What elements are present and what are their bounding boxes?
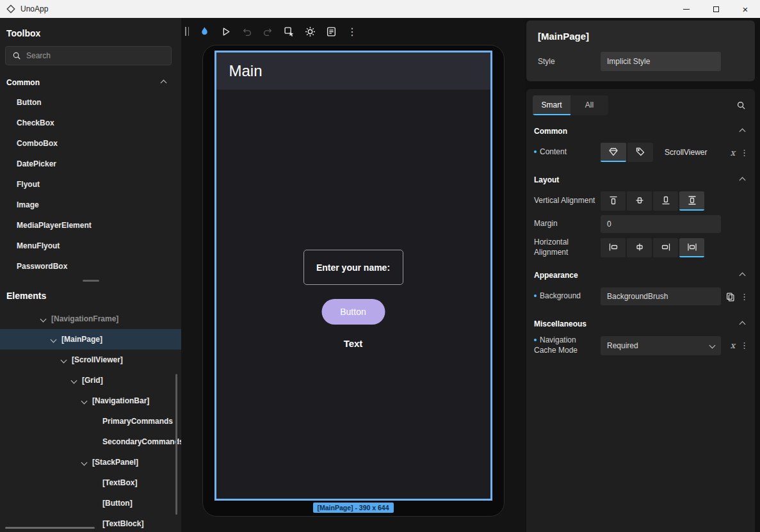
tree-item-label: [NavigationFrame]	[51, 314, 118, 323]
chevron-up-icon	[740, 321, 746, 327]
section-miscellaneous[interactable]: Miscellaneous	[526, 308, 755, 334]
toolbar-drag-handle[interactable]	[182, 23, 191, 40]
content-value-mode-button[interactable]	[601, 143, 626, 162]
theme-toggle-button[interactable]	[302, 23, 318, 40]
toolbox-item-checkbox[interactable]: CheckBox	[0, 113, 181, 133]
design-button[interactable]: Button	[321, 299, 385, 325]
toolbox-item-passwordbox[interactable]: PasswordBox	[0, 256, 181, 277]
tree-item-primarycommands[interactable]: PrimaryCommands	[0, 411, 181, 431]
vertical-align-stretch-button[interactable]	[679, 191, 704, 211]
design-textbox[interactable]: Enter your name:	[303, 250, 403, 285]
align-right-icon	[661, 242, 671, 252]
navigation-bar[interactable]: Main	[216, 52, 490, 90]
stretch-vertical-icon	[687, 195, 697, 206]
tab-smart[interactable]: Smart	[533, 95, 570, 115]
toolbox-item-image[interactable]: Image	[0, 195, 181, 215]
resource-copy-icon[interactable]	[725, 292, 735, 302]
property-row-margin: Margin 0	[526, 213, 755, 236]
toolbox-pane: Toolbox Common ButtonCheckBoxComboBoxDat…	[0, 18, 181, 284]
panel-splitter[interactable]	[0, 277, 181, 284]
toolbox-item-button[interactable]: Button	[0, 92, 181, 113]
horizontal-align-stretch-button[interactable]	[679, 238, 704, 257]
redo-button[interactable]	[259, 23, 276, 40]
chevron-down-icon[interactable]	[61, 357, 67, 363]
chevron-down-icon[interactable]	[81, 398, 88, 404]
section-common[interactable]: Common	[526, 115, 755, 141]
inspect-button[interactable]	[280, 23, 297, 40]
toolbox-item-datepicker[interactable]: DatePicker	[0, 154, 181, 174]
modified-dot	[534, 150, 537, 153]
background-input[interactable]: BackgroundBrush	[601, 287, 721, 305]
properties-tabs: Smart All	[526, 95, 755, 115]
toolbox-item-combobox[interactable]: ComboBox	[0, 133, 181, 154]
tree-item-textblock[interactable]: [TextBlock]	[0, 513, 181, 532]
modified-dot	[534, 339, 537, 341]
designer-toolbar: ⋮	[181, 18, 525, 45]
toolbox-item-menuflyout[interactable]: MenuFlyout	[0, 236, 181, 256]
toolbox-search-input[interactable]	[26, 51, 165, 60]
close-button[interactable]: ×	[731, 0, 760, 18]
more-icon[interactable]: ⋮	[740, 292, 748, 302]
tab-all[interactable]: All	[570, 95, 608, 115]
tree-horizontal-scrollbar[interactable]	[5, 527, 95, 529]
toolbox-item-mediaplayerelement[interactable]: MediaPlayerElement	[0, 215, 181, 236]
more-icon[interactable]: ⋮	[740, 341, 748, 350]
tree-item-scrollviewer[interactable]: [ScrollViewer]	[0, 350, 181, 370]
properties-body: Smart All Common Content	[526, 89, 755, 532]
vertical-align-top-button[interactable]	[601, 191, 626, 211]
align-center-vertical-icon	[635, 195, 645, 206]
form-factor-button[interactable]	[323, 23, 339, 40]
chevron-down-icon	[709, 343, 716, 349]
chevron-down-icon[interactable]	[71, 377, 77, 383]
section-layout[interactable]: Layout	[526, 164, 755, 189]
toolbox-item-flyout[interactable]: Flyout	[0, 174, 181, 195]
tree-item-textbox[interactable]: [TextBox]	[0, 472, 181, 493]
search-icon	[12, 51, 21, 60]
horizontal-align-left-button[interactable]	[601, 238, 626, 257]
mainpage-design-surface[interactable]: Main Enter your name: Button Text	[214, 51, 492, 501]
vertical-align-center-button[interactable]	[627, 191, 652, 211]
style-input[interactable]: Implicit Style	[601, 52, 721, 71]
minimize-button[interactable]	[672, 0, 701, 18]
tree-item-grid[interactable]: [Grid]	[0, 370, 181, 391]
maximize-button[interactable]	[701, 0, 731, 18]
chevron-down-icon[interactable]	[81, 459, 88, 465]
tree-item-button[interactable]: [Button]	[0, 493, 181, 513]
content-tag-mode-button[interactable]	[627, 143, 653, 162]
bind-icon[interactable]: x	[731, 148, 735, 157]
modified-dot	[534, 294, 537, 297]
tree-item-label: [MainPage]	[61, 335, 102, 344]
tree-item-secondarycommands[interactable]: SecondaryCommands	[0, 431, 181, 452]
hot-reload-flame-icon[interactable]	[196, 23, 213, 40]
chevron-up-icon	[740, 272, 746, 278]
bind-icon[interactable]: x	[731, 341, 735, 350]
tree-item-navigationframe[interactable]: [NavigationFrame]	[0, 309, 181, 329]
tree-item-label: [NavigationBar]	[92, 396, 149, 405]
horizontal-align-right-button[interactable]	[653, 238, 678, 257]
tree-item-navigationbar[interactable]: [NavigationBar]	[0, 391, 181, 411]
chevron-down-icon[interactable]	[40, 316, 47, 322]
undo-button[interactable]	[238, 23, 255, 40]
chevron-down-icon[interactable]	[51, 336, 57, 343]
properties-search-icon[interactable]	[736, 101, 746, 110]
tree-item-label: PrimaryCommands	[102, 417, 173, 426]
more-options-button[interactable]: ⋮	[344, 23, 360, 40]
splitter-grip-icon	[83, 280, 99, 282]
toolbox-section-common[interactable]: Common	[0, 73, 181, 92]
tag-icon	[635, 147, 645, 157]
property-row-navigation-cache-mode: Navigation Cache Mode Required x ⋮	[526, 334, 755, 357]
more-icon[interactable]: ⋮	[740, 148, 748, 157]
tree-vertical-scrollbar[interactable]	[175, 374, 177, 515]
toolbox-search[interactable]	[5, 46, 172, 65]
margin-input[interactable]: 0	[601, 215, 721, 233]
horizontal-align-center-button[interactable]	[627, 238, 652, 257]
vertical-align-bottom-button[interactable]	[653, 191, 678, 211]
gem-icon	[608, 147, 619, 157]
design-textblock[interactable]: Text	[344, 338, 363, 349]
properties-panel: [MainPage] Style Implicit Style Smart Al…	[525, 18, 760, 532]
play-button[interactable]	[217, 23, 234, 40]
navigation-cache-mode-select[interactable]: Required	[601, 336, 721, 355]
section-appearance[interactable]: Appearance	[526, 259, 755, 285]
tree-item-stackpanel[interactable]: [StackPanel]	[0, 452, 181, 472]
tree-item-mainpage[interactable]: [MainPage]	[0, 329, 181, 350]
